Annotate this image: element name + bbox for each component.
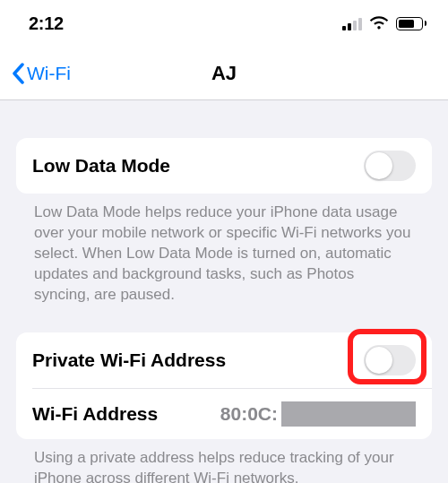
- row-wifi-address: Wi-Fi Address 80:0C:: [32, 388, 432, 439]
- wifi-address-prefix: 80:0C:: [220, 403, 278, 425]
- private-wifi-address-toggle[interactable]: [364, 345, 416, 375]
- private-address-footer: Using a private address helps reduce tra…: [16, 439, 432, 483]
- toggle-knob: [366, 347, 392, 374]
- settings-content: Low Data Mode Low Data Mode helps reduce…: [0, 138, 448, 483]
- row-label: Private Wi-Fi Address: [32, 349, 226, 371]
- back-label: Wi-Fi: [27, 63, 71, 84]
- toggle-knob: [366, 152, 392, 179]
- wifi-icon: [369, 16, 389, 30]
- battery-icon: [396, 17, 426, 30]
- redacted-block: [281, 401, 416, 427]
- cellular-signal-icon: [342, 17, 362, 30]
- row-label: Wi-Fi Address: [32, 403, 158, 425]
- back-button[interactable]: Wi-Fi: [11, 63, 71, 84]
- section-low-data-mode: Low Data Mode: [16, 138, 432, 194]
- status-icons: [342, 16, 426, 30]
- navigation-bar: Wi-Fi AJ: [0, 47, 448, 100]
- chevron-left-icon: [11, 63, 25, 84]
- status-time: 2:12: [29, 13, 64, 34]
- low-data-mode-footer: Low Data Mode helps reduce your iPhone d…: [16, 194, 432, 306]
- wifi-address-value: 80:0C:: [220, 401, 416, 427]
- row-low-data-mode[interactable]: Low Data Mode: [16, 138, 432, 194]
- row-private-wifi-address[interactable]: Private Wi-Fi Address: [16, 332, 432, 388]
- status-bar: 2:12: [0, 0, 448, 47]
- low-data-mode-toggle[interactable]: [364, 151, 416, 181]
- section-wifi-address: Private Wi-Fi Address Wi-Fi Address 80:0…: [16, 332, 432, 439]
- page-title: AJ: [211, 62, 237, 85]
- row-label: Low Data Mode: [32, 155, 170, 177]
